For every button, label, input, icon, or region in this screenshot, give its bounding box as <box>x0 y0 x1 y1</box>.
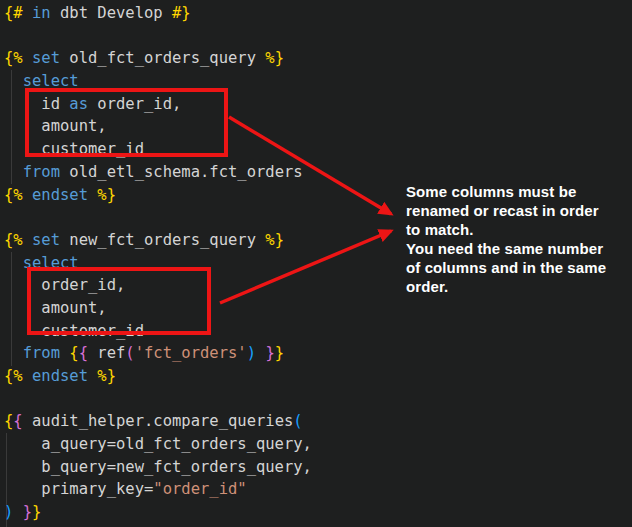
code-token <box>23 367 32 385</box>
code-token: ) <box>247 344 256 362</box>
code-token <box>13 503 22 521</box>
code-line[interactable]: ) }} <box>4 501 624 524</box>
annotation-note-line: to match. <box>406 220 632 239</box>
code-line[interactable]: {{ audit_helper.compare_queries( <box>4 410 624 433</box>
code-token <box>4 254 23 272</box>
code-token: from <box>23 163 60 181</box>
highlight-box-new-columns <box>27 267 211 335</box>
code-token: #} <box>172 4 191 22</box>
code-line[interactable] <box>4 25 624 48</box>
code-token <box>23 49 32 67</box>
code-token: } <box>275 344 284 362</box>
code-token: } <box>265 344 274 362</box>
code-token: from <box>23 344 60 362</box>
highlight-box-old-columns <box>25 88 228 157</box>
annotation-note-line: You need the same number <box>406 239 632 258</box>
code-token: { <box>13 412 22 430</box>
code-line[interactable]: {% set old_fct_orders_query %} <box>4 47 624 70</box>
code-token: 'fct_orders' <box>135 344 247 362</box>
code-token: a_query=old_fct_orders_query, <box>4 435 312 453</box>
code-token: "order_id" <box>153 480 246 498</box>
code-token: endset <box>32 186 88 204</box>
code-token <box>60 344 69 362</box>
code-token: {% <box>4 367 23 385</box>
code-token: %} <box>265 49 284 67</box>
code-token: b_query=new_fct_orders_query, <box>4 458 312 476</box>
code-token <box>256 344 265 362</box>
annotation-note-line: order. <box>406 277 632 296</box>
code-token <box>4 72 23 90</box>
code-token: set <box>32 49 60 67</box>
code-line[interactable]: from old_etl_schema.fct_orders <box>4 161 624 184</box>
code-token: audit_helper.compare_queries <box>23 412 294 430</box>
code-token: primary_key= <box>4 480 153 498</box>
code-token: { <box>69 344 78 362</box>
code-token: {% <box>4 231 23 249</box>
code-token: dbt Develop <box>51 4 172 22</box>
code-token <box>23 186 32 204</box>
code-token: } <box>23 503 32 521</box>
editor-screen: {# in dbt Develop #}{% set old_fct_order… <box>0 0 632 527</box>
code-token: { <box>79 344 88 362</box>
code-line[interactable]: from {{ ref('fct_orders') }} <box>4 342 624 365</box>
code-token: set <box>32 231 60 249</box>
code-token: endset <box>32 367 88 385</box>
code-token: {% <box>4 49 23 67</box>
code-token: old_fct_orders_query <box>60 49 265 67</box>
code-token: ( <box>125 344 134 362</box>
code-token: %} <box>265 231 284 249</box>
code-token: {# <box>4 4 23 22</box>
code-line[interactable] <box>4 388 624 411</box>
code-line[interactable]: {% endset %} <box>4 365 624 388</box>
code-token <box>23 231 32 249</box>
code-token: new_fct_orders_query <box>60 231 265 249</box>
code-token: ) <box>4 503 13 521</box>
code-line[interactable]: primary_key="order_id" <box>4 478 624 501</box>
code-line[interactable]: b_query=new_fct_orders_query, <box>4 456 624 479</box>
annotation-note-line: Some columns must be <box>406 182 632 201</box>
code-token: ( <box>293 412 302 430</box>
code-token: old_etl_schema.fct_orders <box>60 163 303 181</box>
code-line[interactable]: {# in dbt Develop #} <box>4 2 624 25</box>
annotation-note-line: of columns and in the same <box>406 258 632 277</box>
code-token: %} <box>97 186 116 204</box>
annotation-note: Some columns must berenamed or recast in… <box>406 182 632 296</box>
code-token <box>88 186 97 204</box>
code-token: } <box>32 503 41 521</box>
code-token <box>23 4 32 22</box>
code-token <box>4 344 23 362</box>
code-token <box>88 367 97 385</box>
code-token: {% <box>4 186 23 204</box>
annotation-note-line: renamed or recast in order <box>406 201 632 220</box>
code-token: { <box>4 412 13 430</box>
code-token: in <box>32 4 51 22</box>
code-token: %} <box>97 367 116 385</box>
code-line[interactable]: a_query=old_fct_orders_query, <box>4 433 624 456</box>
code-token: ref <box>88 344 125 362</box>
code-token <box>4 163 23 181</box>
